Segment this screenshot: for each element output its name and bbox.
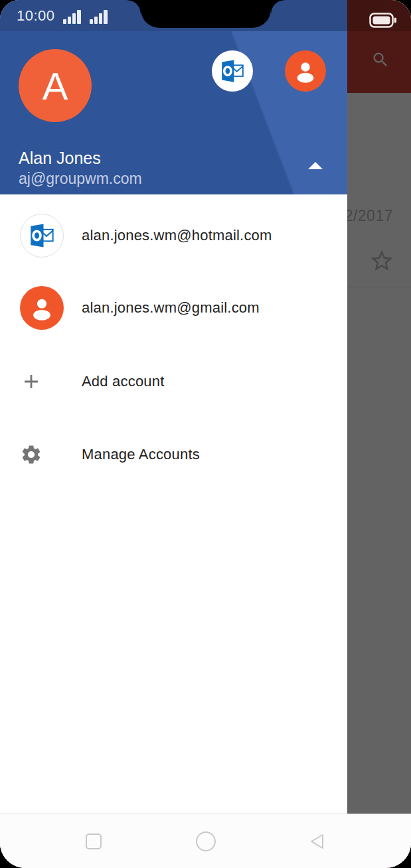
current-account-avatar[interactable]: A <box>19 49 92 122</box>
manage-accounts-label: Manage Accounts <box>82 446 200 463</box>
recents-button[interactable] <box>67 814 120 868</box>
account-name: Alan Jones <box>19 149 101 168</box>
account-email-label: alan.jones.wm@gmail.com <box>82 299 260 317</box>
account-email: aj@groupwm.com <box>19 170 142 188</box>
person-icon <box>293 58 318 84</box>
account-drawer: 10:00 <box>0 0 347 814</box>
phone-frame: 2/2017 10:00 <box>0 0 411 868</box>
avatar-letter: A <box>42 64 68 108</box>
signal-icon <box>63 10 84 24</box>
outlook-logo-icon <box>220 58 245 84</box>
account-email-label: alan.jones.wm@hotmail.com <box>82 227 272 244</box>
manage-accounts-button[interactable]: Manage Accounts <box>0 443 347 467</box>
display-notch <box>141 0 271 28</box>
chevron-up-icon[interactable] <box>308 162 323 169</box>
recents-square-icon <box>85 833 102 850</box>
account-row-gmail[interactable]: alan.jones.wm@gmail.com <box>0 286 347 330</box>
account-row-hotmail[interactable]: alan.jones.wm@hotmail.com <box>0 214 347 257</box>
signal-icon <box>90 10 110 24</box>
screen: 2/2017 10:00 <box>0 0 411 868</box>
outlook-account-badge[interactable] <box>212 50 253 92</box>
home-button[interactable] <box>179 814 232 868</box>
drawer-header[interactable]: 10:00 <box>0 0 347 194</box>
home-circle-icon <box>195 831 216 852</box>
add-account-label: Add account <box>82 373 165 390</box>
battery-icon <box>369 13 397 28</box>
back-triangle-icon <box>308 832 325 851</box>
outlook-logo-icon <box>20 214 64 257</box>
clock-label: 10:00 <box>17 7 55 25</box>
navigation-bar <box>0 814 411 868</box>
back-button[interactable] <box>290 814 343 868</box>
add-account-button[interactable]: Add account <box>0 370 347 393</box>
person-avatar-icon <box>20 286 64 330</box>
plus-icon <box>20 370 42 393</box>
gmail-account-badge[interactable] <box>285 50 326 92</box>
gear-icon <box>20 443 42 466</box>
